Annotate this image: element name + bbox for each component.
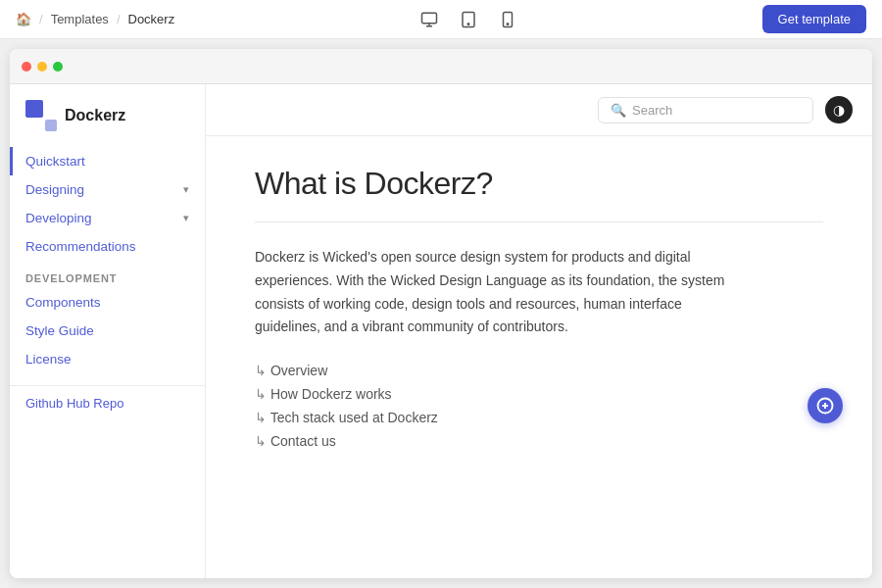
github-hub-repo-link[interactable]: Github Hub Repo <box>25 396 123 411</box>
toc-item-how-works[interactable]: How Dockerz works <box>255 382 823 406</box>
content-header: 🔍 Search ◑ <box>206 84 872 136</box>
logo-icon <box>25 100 57 131</box>
toc-item-tech-stack[interactable]: Tech stack used at Dockerz <box>255 406 823 429</box>
sidebar-section-development: DEVELOPMENT <box>10 261 205 288</box>
sidebar-item-developing[interactable]: Developing ▾ <box>10 204 205 232</box>
chevron-down-icon: ▾ <box>183 212 189 224</box>
sidebar-item-designing-label: Designing <box>25 182 84 197</box>
sidebar-bottom: Github Hub Repo <box>10 385 205 419</box>
traffic-light-minimize[interactable] <box>37 62 47 72</box>
sidebar-item-license[interactable]: License <box>10 345 205 373</box>
table-of-contents: Overview How Dockerz works Tech stack us… <box>255 359 823 453</box>
floating-action-button[interactable] <box>808 388 843 423</box>
section-divider <box>255 221 823 222</box>
search-placeholder: Search <box>632 103 672 118</box>
top-navigation-bar: 🏠 / Templates / Dockerz Get template <box>0 0 882 39</box>
content-area: 🔍 Search ◑ What is Dockerz? Dockerz is W… <box>206 84 872 578</box>
get-template-button[interactable]: Get template <box>762 5 866 33</box>
sidebar-navigation: Quickstart Designing ▾ Developing ▾ Reco… <box>10 143 205 377</box>
chevron-down-icon: ▾ <box>183 183 189 196</box>
sidebar-item-designing[interactable]: Designing ▾ <box>10 175 205 204</box>
top-bar-right: Get template <box>762 5 866 33</box>
search-icon: 🔍 <box>611 103 626 118</box>
sidebar-item-recommendations[interactable]: Recommendations <box>10 232 205 261</box>
svg-point-4 <box>507 23 509 24</box>
separator2: / <box>117 12 121 26</box>
traffic-light-close[interactable] <box>22 62 31 72</box>
theme-toggle-button[interactable]: ◑ <box>825 96 853 123</box>
browser-title-bar <box>10 49 872 84</box>
breadcrumb-templates[interactable]: Templates <box>51 12 109 26</box>
sidebar-item-components-label: Components <box>25 295 101 310</box>
separator: / <box>39 12 43 26</box>
sidebar-item-components[interactable]: Components <box>10 288 205 317</box>
sidebar-item-developing-label: Developing <box>25 211 92 225</box>
browser-window: Dockerz Quickstart Designing ▾ Developin… <box>10 49 872 578</box>
sidebar-item-quickstart[interactable]: Quickstart <box>10 147 205 175</box>
sidebar-item-style-guide[interactable]: Style Guide <box>10 317 205 345</box>
toc-item-overview[interactable]: Overview <box>255 359 823 382</box>
search-bar[interactable]: 🔍 Search <box>598 97 813 123</box>
breadcrumb-current: Dockerz <box>128 12 175 26</box>
main-content-area: Dockerz Quickstart Designing ▾ Developin… <box>10 84 872 578</box>
content-body: What is Dockerz? Dockerz is Wicked's ope… <box>206 136 872 482</box>
tablet-device-button[interactable] <box>455 9 482 30</box>
traffic-light-maximize[interactable] <box>53 62 63 72</box>
logo-text: Dockerz <box>65 107 125 124</box>
sidebar-item-style-guide-label: Style Guide <box>25 323 94 338</box>
sidebar-item-quickstart-label: Quickstart <box>25 154 85 169</box>
breadcrumb: 🏠 / Templates / Dockerz <box>16 12 174 26</box>
desktop-device-button[interactable] <box>416 9 443 30</box>
svg-point-2 <box>467 23 469 24</box>
traffic-lights <box>22 62 63 72</box>
intro-text: Dockerz is Wicked's open source design s… <box>255 246 745 339</box>
home-icon[interactable]: 🏠 <box>16 12 31 26</box>
sidebar-logo: Dockerz <box>10 84 205 143</box>
page-title: What is Dockerz? <box>255 166 823 202</box>
content-wrapper: What is Dockerz? Dockerz is Wicked's ope… <box>206 136 872 482</box>
sidebar-item-recommendations-label: Recommendations <box>25 239 136 254</box>
svg-rect-0 <box>421 13 436 24</box>
mobile-device-button[interactable] <box>494 9 521 30</box>
device-switcher <box>416 9 521 30</box>
sidebar: Dockerz Quickstart Designing ▾ Developin… <box>10 84 206 578</box>
toc-item-contact[interactable]: Contact us <box>255 429 823 453</box>
sidebar-item-license-label: License <box>25 352 72 367</box>
